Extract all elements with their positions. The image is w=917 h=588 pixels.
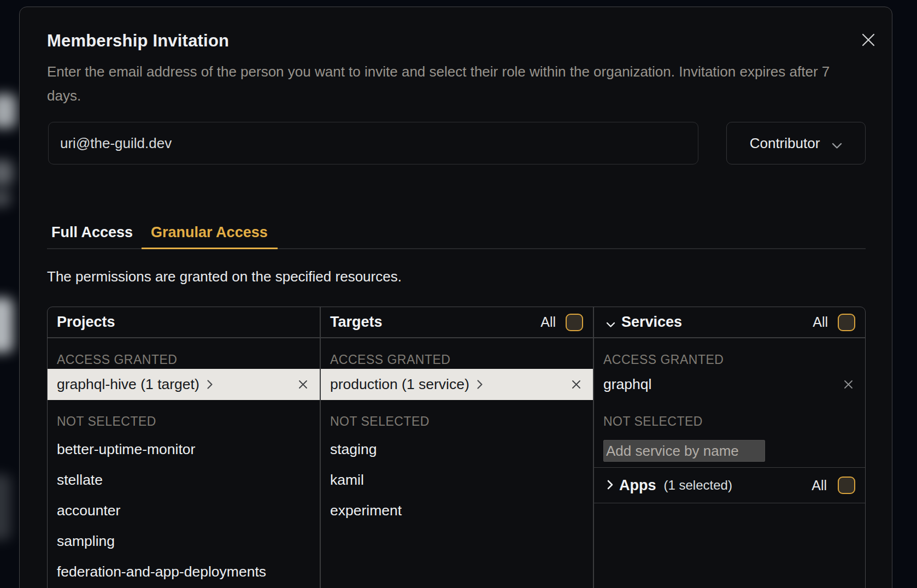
chevron-right-icon xyxy=(207,379,213,392)
permissions-table: Projects ACCESS GRANTED graphql-hive (1 … xyxy=(47,307,866,588)
not-selected-label: NOT SELECTED xyxy=(594,400,865,434)
selected-target-name: production (1 service) xyxy=(330,376,469,393)
apps-label: Apps xyxy=(619,477,656,494)
role-select-value: Contributor xyxy=(750,135,820,152)
projects-column: Projects ACCESS GRANTED graphql-hive (1 … xyxy=(48,307,321,588)
selected-project-row[interactable]: graphql-hive (1 target) xyxy=(48,369,320,400)
chevron-right-icon xyxy=(607,480,613,492)
close-button[interactable] xyxy=(855,27,881,53)
backdrop-blur-artifact xyxy=(0,160,13,185)
permissions-note: The permissions are granted on the speci… xyxy=(47,268,402,285)
tab-full-access[interactable]: Full Access xyxy=(47,216,142,248)
list-item[interactable]: sampling xyxy=(48,526,320,556)
backdrop-blur-artifact xyxy=(0,190,11,207)
x-icon xyxy=(844,380,853,389)
apps-all-checkbox[interactable] xyxy=(838,477,855,494)
targets-header: Targets All xyxy=(321,307,593,338)
email-input[interactable] xyxy=(48,122,698,164)
projects-header-label: Projects xyxy=(57,314,115,331)
access-granted-label: ACCESS GRANTED xyxy=(594,338,865,369)
targets-all-checkbox[interactable] xyxy=(566,314,583,331)
tab-granular-access[interactable]: Granular Access xyxy=(142,216,278,248)
projects-header: Projects xyxy=(48,307,320,338)
apps-all-label: All xyxy=(812,478,827,493)
chevron-down-icon xyxy=(832,136,842,153)
list-item[interactable]: better-uptime-monitor xyxy=(48,434,320,464)
list-item[interactable]: kamil xyxy=(321,464,593,495)
selected-target-row[interactable]: production (1 service) xyxy=(321,369,593,400)
remove-target-button[interactable] xyxy=(572,380,581,389)
access-tabs: Full Access Granular Access xyxy=(47,216,866,249)
targets-column: Targets All ACCESS GRANTED production (1… xyxy=(321,307,594,588)
x-icon xyxy=(298,380,308,389)
targets-not-selected-list: stagingkamilexperiment xyxy=(321,434,593,526)
targets-header-label: Targets xyxy=(330,314,383,331)
role-select[interactable]: Contributor xyxy=(726,122,866,164)
list-item[interactable]: stellate xyxy=(48,464,320,495)
services-all-label: All xyxy=(813,314,828,330)
not-selected-label: NOT SELECTED xyxy=(48,400,320,434)
services-column: Services All ACCESS GRANTED graphql NOT … xyxy=(594,307,865,588)
close-icon xyxy=(861,33,875,47)
selected-service-row[interactable]: graphql xyxy=(594,369,865,400)
membership-invitation-modal: Membership Invitation Enter the email ad… xyxy=(19,7,892,588)
list-item[interactable]: accounter xyxy=(48,495,320,526)
targets-all-label: All xyxy=(540,314,556,330)
projects-not-selected-list: better-uptime-monitorstellateaccountersa… xyxy=(48,434,320,587)
services-header[interactable]: Services All xyxy=(594,307,865,338)
selected-project-name: graphql-hive (1 target) xyxy=(57,376,199,393)
services-all-checkbox[interactable] xyxy=(838,314,855,331)
list-item[interactable]: federation-and-app-deployments xyxy=(48,556,320,587)
x-icon xyxy=(572,380,581,389)
page-title: Membership Invitation xyxy=(47,31,229,51)
selected-service-name: graphql xyxy=(603,376,651,393)
remove-project-button[interactable] xyxy=(298,380,308,389)
services-header-label: Services xyxy=(621,314,682,331)
modal-description: Enter the email address of the person yo… xyxy=(47,60,865,108)
list-item[interactable]: experiment xyxy=(321,495,593,526)
access-granted-label: ACCESS GRANTED xyxy=(48,338,320,369)
backdrop-blur-artifact xyxy=(0,298,13,352)
list-item[interactable]: staging xyxy=(321,434,593,464)
chevron-right-icon xyxy=(477,379,483,392)
backdrop-blur-artifact xyxy=(0,474,11,540)
apps-selected-count: (1 selected) xyxy=(664,478,732,493)
not-selected-label: NOT SELECTED xyxy=(321,400,593,434)
screen: Membership Invitation Enter the email ad… xyxy=(0,0,917,588)
remove-service-button[interactable] xyxy=(844,380,853,389)
backdrop-blur-artifact xyxy=(0,94,16,128)
access-granted-label: ACCESS GRANTED xyxy=(321,338,593,369)
add-service-input[interactable] xyxy=(603,440,765,462)
apps-expand-row[interactable]: Apps (1 selected) All xyxy=(594,467,865,503)
chevron-down-icon xyxy=(606,315,615,332)
